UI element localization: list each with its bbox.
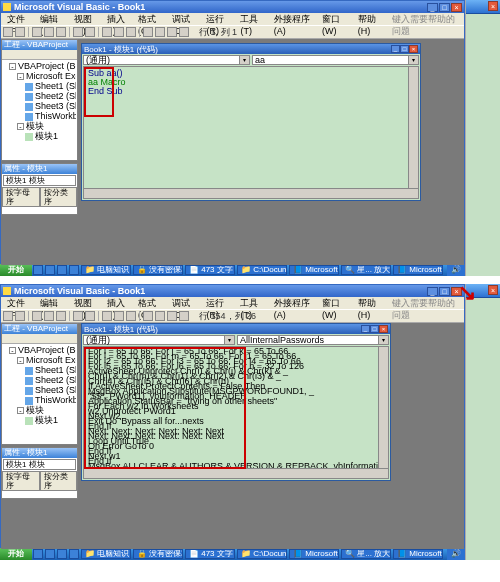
tree-project[interactable]: -VBAProject (Book1) [3, 61, 76, 71]
task-button[interactable]: 🔍 星... 放大镜 [341, 549, 391, 559]
tree-sheet[interactable]: Sheet3 (Sheet3) [3, 101, 76, 111]
taskbar[interactable]: 开始 📁 电脑知识 🔒 没有密保和邮箱 📄 473 文字 📁 C:\Docume… [0, 264, 465, 276]
toolbar-button[interactable] [114, 311, 124, 321]
tree-modules[interactable]: -模块 [3, 405, 76, 415]
code-close[interactable]: × [409, 45, 418, 53]
tree-sheet[interactable]: Sheet1 (Sheet1) [3, 365, 76, 375]
properties-object-combo[interactable]: 模块1 模块 [3, 459, 76, 470]
system-tray[interactable]: 🔊 [447, 548, 465, 560]
code-window-titlebar[interactable]: Book1 - 模块1 (代码) _ □ × [82, 44, 420, 54]
system-tray[interactable]: 🔊 [447, 264, 465, 276]
task-button[interactable]: 📁 C:\Documents [237, 549, 287, 559]
side-close[interactable]: × [488, 1, 498, 11]
help-hint[interactable]: 键入需要帮助的问题 [388, 297, 462, 309]
project-explorer[interactable]: 工程 - VBAProject -VBAProject (Book1) -Mic… [1, 39, 78, 161]
properties-tab-alpha[interactable]: 按字母序 [2, 471, 40, 491]
menu-view[interactable]: 视图(V) [70, 297, 103, 309]
app-titlebar[interactable]: Microsoft Visual Basic - Book1 _ □ × [1, 1, 464, 13]
properties-tab-alpha[interactable]: 按字母序 [2, 187, 40, 207]
task-button[interactable]: 📘 Microsoft V... [393, 265, 443, 275]
help-hint[interactable]: 键入需要帮助的问题 [388, 13, 462, 25]
scrollbar-v[interactable] [408, 67, 418, 198]
quick-launch[interactable] [69, 265, 79, 275]
scrollbar-v[interactable] [378, 347, 388, 478]
code-editor[interactable]: Sub aa() aa Macro End Sub [83, 66, 419, 199]
maximize-button[interactable]: □ [439, 3, 450, 12]
menu-help[interactable]: 帮助(H) [354, 13, 387, 25]
minimize-button[interactable]: _ [427, 287, 438, 296]
tree-project[interactable]: -VBAProject (Book1) [3, 345, 76, 355]
toolbar-button[interactable] [114, 27, 124, 37]
scrollbar-h[interactable] [84, 468, 388, 478]
menu-run[interactable]: 运行(R) [202, 297, 235, 309]
menu-addins[interactable]: 外接程序(A) [270, 13, 317, 25]
toolbar-button[interactable] [15, 311, 25, 321]
task-button[interactable]: 🔒 没有密保和邮箱 [133, 549, 183, 559]
task-button[interactable]: 📄 473 文字 [185, 549, 235, 559]
tree-workbook[interactable]: ThisWorkbook [3, 111, 76, 121]
task-button[interactable]: 🔒 没有密保和邮箱 [133, 265, 183, 275]
project-explorer[interactable]: 工程 - VBAProject -VBAProject (Book1) -Mic… [1, 323, 78, 445]
procedure-combo[interactable]: aa▾ [252, 55, 419, 65]
toolbar-button[interactable] [56, 27, 66, 37]
code-max[interactable]: □ [370, 325, 379, 333]
toolbar-button[interactable] [32, 27, 42, 37]
toolbar-button[interactable] [44, 311, 54, 321]
tree-sheet[interactable]: Sheet1 (Sheet1) [3, 81, 76, 91]
start-button[interactable]: 开始 [0, 264, 32, 276]
quick-launch[interactable] [57, 265, 67, 275]
app-titlebar[interactable]: Microsoft Visual Basic - Book1 _ □ × [1, 285, 464, 297]
tree-group[interactable]: -Microsoft Excel 对象 [3, 355, 76, 365]
code-close[interactable]: × [379, 325, 388, 333]
quick-launch[interactable] [33, 265, 43, 275]
toolbar-button[interactable] [15, 27, 25, 37]
tree-modules[interactable]: -模块 [3, 121, 76, 131]
menu-edit[interactable]: 编辑(E) [36, 297, 69, 309]
toolbar-button[interactable] [167, 311, 177, 321]
toolbar-button[interactable] [44, 27, 54, 37]
code-editor[interactable]: For i = 65 To 66: For j = 65 To 66: For … [83, 346, 389, 479]
toolbar-button[interactable] [143, 27, 153, 37]
object-combo[interactable]: (通用)▾ [83, 335, 235, 345]
toolbar-button[interactable] [56, 311, 66, 321]
menu-debug[interactable]: 调试(D) [168, 297, 201, 309]
code-max[interactable]: □ [400, 45, 409, 53]
quick-launch[interactable] [33, 549, 43, 559]
toolbar-button[interactable] [155, 27, 165, 37]
quick-launch[interactable] [69, 549, 79, 559]
properties-object-combo[interactable]: 模块1 模块 [3, 175, 76, 186]
toolbar-button[interactable] [126, 311, 136, 321]
maximize-button[interactable]: □ [439, 287, 450, 296]
tree-module[interactable]: 模块1 [3, 415, 76, 425]
task-button[interactable]: 📘 Microsoft V... [393, 549, 443, 559]
code-window-titlebar[interactable]: Book1 - 模块1 (代码) _ □ × [82, 324, 390, 334]
toolbar-button[interactable] [3, 311, 13, 321]
menu-debug[interactable]: 调试(D) [168, 13, 201, 25]
tree-group[interactable]: -Microsoft Excel 对象 [3, 71, 76, 81]
tree-sheet[interactable]: Sheet3 (Sheet3) [3, 385, 76, 395]
menu-edit[interactable]: 编辑(E) [36, 13, 69, 25]
task-button[interactable]: 📁 电脑知识 [81, 549, 131, 559]
tree-workbook[interactable]: ThisWorkbook [3, 395, 76, 405]
menu-window[interactable]: 窗口(W) [318, 13, 353, 25]
task-button[interactable]: 📁 电脑知识 [81, 265, 131, 275]
procedure-combo[interactable]: AllInternalPasswords▾ [237, 335, 389, 345]
object-combo[interactable]: (通用)▾ [83, 55, 250, 65]
tree-module[interactable]: 模块1 [3, 131, 76, 141]
code-window[interactable]: Book1 - 模块1 (代码) _ □ × (通用)▾ aa▾ Sub aa(… [81, 43, 421, 201]
tree-sheet[interactable]: Sheet2 (Sheet2) [3, 375, 76, 385]
start-button[interactable]: 开始 [0, 548, 32, 560]
toolbar-button[interactable] [102, 311, 112, 321]
toolbar-button[interactable] [126, 27, 136, 37]
menu-format[interactable]: 格式(O) [134, 297, 167, 309]
toolbar-button[interactable] [73, 311, 83, 321]
toolbar-button[interactable] [102, 27, 112, 37]
properties-panel[interactable]: 属性 - 模块1 模块1 模块 按字母序 按分类序 [1, 163, 78, 215]
menu-format[interactable]: 格式(O) [134, 13, 167, 25]
toolbar-button[interactable] [179, 311, 189, 321]
menu-tools[interactable]: 工具(T) [236, 13, 268, 25]
menu-run[interactable]: 运行(R) [202, 13, 235, 25]
task-button[interactable]: 📘 Microsoft E... [289, 265, 339, 275]
quick-launch[interactable] [57, 549, 67, 559]
properties-tab-cat[interactable]: 按分类序 [40, 187, 78, 207]
